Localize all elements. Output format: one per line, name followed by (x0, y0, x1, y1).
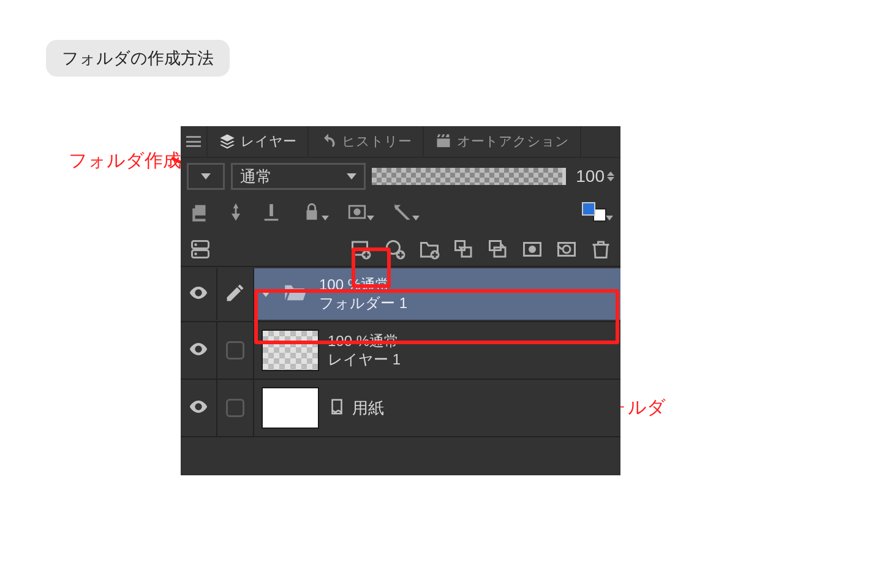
page-title-badge: フォルダの作成方法 (46, 40, 230, 77)
opacity-slider[interactable] (372, 168, 566, 185)
active-layer-slot-icon[interactable] (226, 399, 244, 417)
layer-row-raster[interactable]: 100 %通常 レイヤー 1 (181, 322, 620, 380)
svg-point-3 (353, 208, 360, 215)
layer-actions-toolbar (181, 230, 620, 266)
svg-rect-13 (456, 241, 465, 251)
layer-panel: レイヤー ヒストリー オートアクション 通常 100 (181, 126, 620, 475)
panel-menu-button[interactable] (181, 126, 208, 157)
eye-icon[interactable] (188, 396, 209, 420)
tab-auto-action[interactable]: オートアクション (424, 126, 581, 157)
opacity-number: 100 (576, 167, 605, 186)
opacity-value[interactable]: 100 (576, 167, 614, 186)
delete-layer-button[interactable] (586, 235, 616, 264)
new-raster-layer-button[interactable] (346, 235, 375, 264)
tab-auto-action-label: オートアクション (457, 132, 569, 151)
layer-property-toolbar (181, 195, 620, 230)
svg-point-7 (194, 252, 197, 255)
new-layer-folder-button[interactable] (415, 235, 444, 264)
undo-arrow-icon (320, 133, 337, 150)
svg-point-20 (563, 246, 570, 253)
panel-tabs: レイヤー ヒストリー オートアクション (181, 126, 620, 158)
layer-opacity-blend-text: 100 %通常 (328, 333, 401, 350)
clapper-icon (435, 133, 452, 150)
blend-mode-value: 通常 (240, 166, 272, 187)
layer-row-folder[interactable]: 100 %通常 フォルダー 1 (181, 267, 620, 322)
eye-icon[interactable] (188, 339, 209, 362)
color-swatch-icon (582, 202, 606, 222)
annotation-create-folder-label: フォルダ作成 (69, 148, 181, 173)
create-layer-mask-button[interactable] (518, 235, 547, 264)
folder-expand-toggle[interactable] (262, 292, 270, 297)
pencil-edit-icon[interactable] (224, 282, 246, 306)
ruler-dropdown-button[interactable] (384, 198, 421, 225)
layer-name-text: レイヤー 1 (328, 351, 401, 368)
mask-layer-dropdown-button[interactable] (339, 198, 375, 225)
layer-row-paper[interactable]: 用紙 (181, 380, 620, 437)
svg-point-18 (529, 246, 536, 253)
layers-stack-icon (219, 133, 236, 150)
tab-history-label: ヒストリー (342, 132, 412, 151)
layer-name-text: フォルダー 1 (319, 295, 407, 312)
tab-history[interactable]: ヒストリー (309, 126, 424, 157)
opacity-stepper[interactable] (607, 172, 614, 181)
clip-mask-button[interactable] (187, 198, 214, 225)
draft-layer-button[interactable] (258, 198, 285, 225)
folder-open-icon (279, 280, 311, 308)
active-layer-slot-icon[interactable] (226, 341, 244, 360)
layer-list: 100 %通常 フォルダー 1 100 %通常 レイヤー 1 (181, 266, 620, 475)
svg-rect-14 (462, 247, 471, 257)
layer-name-text: 用紙 (352, 398, 384, 419)
chevron-down-icon (347, 173, 356, 179)
svg-point-6 (194, 243, 197, 246)
lock-dropdown-button[interactable] (293, 198, 330, 225)
eye-icon[interactable] (188, 282, 209, 306)
layer-thumbnail (262, 330, 319, 371)
tab-layer-label: レイヤー (241, 132, 296, 151)
merge-down-button[interactable] (483, 235, 513, 264)
paper-type-icon (328, 398, 346, 418)
blend-opacity-row: 通常 100 (181, 158, 620, 195)
tab-layer[interactable]: レイヤー (208, 126, 309, 157)
palette-color-dropdown[interactable] (187, 163, 225, 190)
layer-thumbnail (262, 387, 319, 429)
layer-color-dropdown-button[interactable] (571, 198, 614, 225)
new-vector-layer-button[interactable] (380, 235, 410, 264)
panel-list-toggle-button[interactable] (186, 235, 215, 264)
reference-layer-button[interactable] (222, 198, 249, 225)
apply-mask-button[interactable] (552, 235, 581, 264)
layer-opacity-blend-text: 100 %通常 (319, 276, 407, 293)
blend-mode-dropdown[interactable]: 通常 (231, 163, 366, 190)
transfer-down-button[interactable] (449, 235, 478, 264)
